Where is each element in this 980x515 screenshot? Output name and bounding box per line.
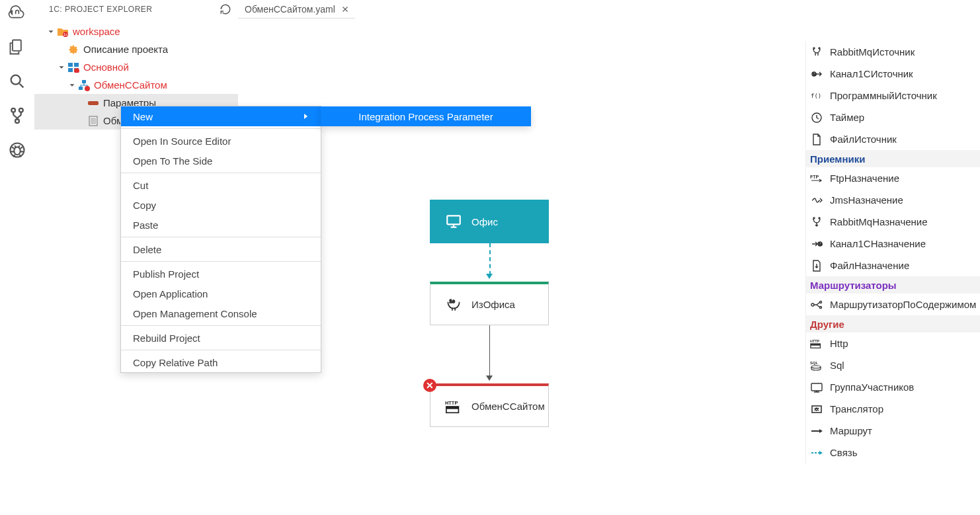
- file-icon: [87, 115, 99, 127]
- tree-label: Основной: [83, 61, 129, 73]
- palette-item[interactable]: 1cКанал1СНазначение: [806, 233, 980, 255]
- palette-item[interactable]: FTPFtpНазначение: [806, 167, 980, 189]
- svg-point-6: [14, 147, 20, 155]
- palette-item[interactable]: SQLSql: [806, 354, 980, 376]
- source-control-icon[interactable]: [6, 104, 28, 127]
- palette-item[interactable]: Связь: [806, 442, 980, 463]
- svg-text:HTTP: HTTP: [810, 339, 820, 343]
- chevron-down-icon: [46, 27, 56, 36]
- palette-item[interactable]: Таймер: [806, 106, 980, 128]
- diagram-node-exchange[interactable]: ✕ HTTP ОбменССайтом: [430, 383, 549, 427]
- node-label: Офис: [471, 216, 498, 227]
- tab-file[interactable]: ОбменССайтом.yaml: [238, 0, 355, 19]
- palette-item[interactable]: МаршрутизаторПоСодержимом: [806, 294, 980, 315]
- channel-1c-dest-icon: 1c: [810, 237, 823, 251]
- edge-dashed: [489, 243, 491, 275]
- svg-point-17: [85, 86, 90, 91]
- logo-icon[interactable]: [6, 1, 28, 24]
- menu-item-paste[interactable]: Paste: [121, 215, 321, 235]
- menu-item-open-side[interactable]: Open To The Side: [121, 151, 321, 171]
- svg-point-36: [811, 303, 814, 306]
- svg-rect-45: [812, 406, 821, 413]
- http-icon: HTTP: [445, 398, 462, 415]
- chevron-down-icon: [67, 81, 77, 90]
- palette-item[interactable]: 1cКанал1СИсточник: [806, 63, 980, 85]
- svg-rect-41: [811, 344, 821, 346]
- link-icon: [810, 446, 823, 459]
- menu-item-new[interactable]: New Integration Process Parameter: [121, 106, 321, 126]
- context-menu: New Integration Process Parameter Open I…: [120, 106, 321, 373]
- submenu: Integration Process Parameter: [321, 106, 531, 126]
- chevron-down-icon: [57, 63, 66, 72]
- svg-text:1c: 1c: [450, 297, 455, 303]
- error-badge-icon: ✕: [423, 379, 436, 392]
- arrow-icon: [486, 376, 493, 381]
- menu-item-publish[interactable]: Publish Project: [121, 264, 321, 284]
- diagram-node-from-office[interactable]: 1c ИзОфиса: [430, 282, 549, 325]
- search-icon[interactable]: [6, 70, 28, 93]
- separator: [121, 128, 321, 129]
- palette-item[interactable]: HTTPHttp: [806, 333, 980, 354]
- palette: RabbitMqИсточник 1cКанал1СИсточник f()Пр…: [805, 41, 980, 463]
- menu-item-open-app[interactable]: Open Application: [121, 284, 321, 303]
- refresh-icon[interactable]: [220, 3, 231, 15]
- svg-rect-11: [68, 68, 73, 72]
- svg-rect-15: [79, 87, 83, 90]
- palette-section-routers: Маршрутизаторы: [806, 276, 980, 294]
- params-icon: [87, 97, 99, 109]
- tab-bar: ОбменССайтом.yaml: [238, 0, 355, 19]
- palette-item[interactable]: f()ПрограммныйИсточник: [806, 85, 980, 106]
- monitor-icon: [445, 213, 462, 230]
- palette-item[interactable]: ФайлИсточник: [806, 128, 980, 150]
- svg-rect-18: [88, 101, 99, 105]
- svg-rect-20: [447, 216, 460, 224]
- translator-icon: [810, 403, 823, 416]
- palette-section-receivers: Приемники: [806, 150, 980, 167]
- palette-item[interactable]: Маршрут: [806, 420, 980, 442]
- tree-item-workspace[interactable]: 1c workspace: [34, 22, 238, 40]
- menu-item-copy[interactable]: Copy: [121, 195, 321, 215]
- rabbitmq-icon: [810, 46, 823, 59]
- tree-item-project-desc[interactable]: Описание проекта: [34, 40, 238, 58]
- svg-point-33: [819, 218, 820, 219]
- menu-item-open-source[interactable]: Open In Source Editor: [121, 131, 321, 151]
- palette-item[interactable]: JmsНазначение: [806, 189, 980, 211]
- palette-item[interactable]: Транслятор: [806, 398, 980, 420]
- svg-rect-10: [74, 63, 79, 67]
- tree-item-exchange[interactable]: ОбменССайтом: [34, 76, 238, 94]
- svg-point-37: [820, 301, 822, 303]
- palette-section-other: Другие: [806, 315, 980, 333]
- diagram-node-office[interactable]: Офис: [430, 200, 549, 243]
- file-source-icon: [810, 133, 823, 146]
- palette-item[interactable]: ФайлНазначение: [806, 255, 980, 276]
- tree-item-main[interactable]: Основной: [34, 58, 238, 76]
- router-icon: [810, 298, 823, 311]
- svg-point-26: [819, 48, 820, 49]
- svg-text:SQL: SQL: [810, 361, 819, 365]
- menu-item-rebuild[interactable]: Rebuild Project: [121, 328, 321, 348]
- palette-item[interactable]: RabbitMqИсточник: [806, 41, 980, 63]
- submenu-item-parameter[interactable]: Integration Process Parameter: [321, 106, 531, 126]
- svg-rect-44: [811, 383, 822, 391]
- menu-item-delete[interactable]: Delete: [121, 239, 321, 259]
- files-icon[interactable]: [6, 36, 28, 58]
- palette-item[interactable]: ГруппаУчастников: [806, 376, 980, 398]
- palette-item[interactable]: RabbitMqНазначение: [806, 211, 980, 233]
- arrow-icon: [486, 274, 493, 279]
- svg-text:HTTP: HTTP: [445, 400, 458, 406]
- menu-item-cut[interactable]: Cut: [121, 175, 321, 195]
- app-icon: [67, 61, 79, 73]
- diagram-canvas[interactable]: Офис 1c ИзОфиса ✕ HTTP ОбменССайтом: [238, 19, 805, 515]
- edge-solid: [489, 325, 490, 377]
- close-icon[interactable]: [341, 5, 350, 14]
- route-icon: [810, 424, 823, 438]
- debug-icon[interactable]: [6, 139, 28, 161]
- tree-label: Описание проекта: [83, 44, 168, 55]
- menu-item-copy-path[interactable]: Copy Relative Path: [121, 352, 321, 372]
- svg-rect-24: [446, 407, 459, 409]
- source-1c-icon: 1c: [445, 296, 462, 313]
- explorer-title: 1C: PROJECT EXPLORER: [49, 5, 152, 14]
- menu-item-open-console[interactable]: Open Management Console: [121, 303, 321, 323]
- process-icon: [78, 79, 90, 91]
- svg-rect-14: [82, 80, 86, 83]
